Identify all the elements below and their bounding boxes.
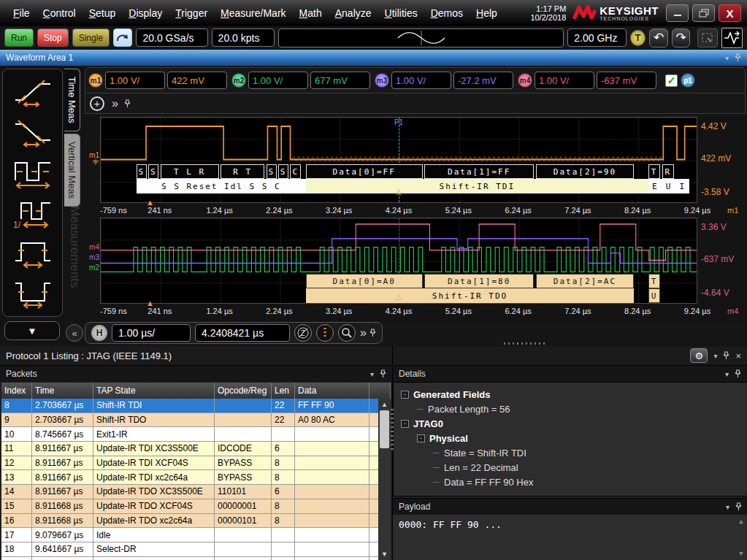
waveform-plot-m2-m3-m4[interactable]: Data[0]=A0Data[1]=80Data[2]=ACT Shift-IR… <box>100 218 697 304</box>
collapse-box-icon[interactable]: - <box>401 420 409 428</box>
menu-item-trigger[interactable]: Trigger <box>169 4 213 22</box>
packet-row-19[interactable]: 199.807667 µsCapture-DR <box>1 557 391 560</box>
details-tree-item[interactable]: Data = FF FF 90 Hex <box>394 475 747 489</box>
channel-offset-m4[interactable]: -637 mV <box>597 72 656 89</box>
menu-item-control[interactable]: Control <box>37 4 82 22</box>
chevron-down-icon[interactable]: ▾ <box>370 370 374 378</box>
pin-icon[interactable] <box>735 502 742 511</box>
search-icon[interactable] <box>338 324 356 342</box>
column-header-len[interactable]: Len <box>272 383 295 399</box>
pin-icon[interactable] <box>735 53 741 62</box>
splitter-handle[interactable] <box>391 409 394 453</box>
channel-badge-m2[interactable]: m2 <box>231 73 246 88</box>
channel-scale-m3[interactable]: 1.00 V/ <box>391 72 451 89</box>
splitter-handle[interactable] <box>504 342 548 345</box>
menu-item-setup[interactable]: Setup <box>83 4 122 22</box>
pin-icon[interactable] <box>723 351 729 360</box>
scroll-up-icon[interactable]: ▲ <box>739 518 743 525</box>
packet-row-11[interactable]: 118.911667 µsUpdate-IR TDI XC3S500EIDCOD… <box>1 442 391 456</box>
close-icon[interactable]: × <box>735 350 741 361</box>
payload-scrollbar[interactable]: ▲ ▼ <box>736 515 746 560</box>
rise-time-icon[interactable] <box>9 77 56 109</box>
p1-visible-checkbox[interactable]: ✓ <box>665 74 678 87</box>
column-header-data[interactable]: Data <box>295 383 369 399</box>
scroll-up-icon[interactable]: ▲ <box>381 399 388 410</box>
details-tree-item[interactable]: Len = 22 Decimal <box>394 460 747 475</box>
add-button[interactable]: + <box>90 96 104 111</box>
packet-row-17[interactable]: 179.079667 µsIdle <box>1 528 391 542</box>
details-tree-item[interactable]: -Physical <box>394 431 747 445</box>
details-tree-item[interactable]: -Generated Fields <box>394 387 747 402</box>
timebase-position-field[interactable]: 4.2408421 µs <box>195 324 290 342</box>
region-select-icon[interactable] <box>697 28 717 47</box>
details-tree-item[interactable]: State = Shift-IR TDI <box>394 445 747 460</box>
zoom-disabled-icon[interactable]: Z <box>294 324 312 342</box>
packet-row-18[interactable]: 189.641667 µsSelect-DR <box>1 542 391 557</box>
packet-row-14[interactable]: 148.911667 µsUpdate-IR TDO XC3S500E11010… <box>1 485 391 499</box>
sample-rate-field[interactable]: 20.0 GSa/s <box>136 28 207 47</box>
scroll-thumb[interactable] <box>380 410 389 448</box>
channel-offset-m1[interactable]: 422 mV <box>167 72 227 89</box>
negative-width-icon[interactable] <box>9 277 56 310</box>
waveform-area-titlebar[interactable]: Waveform Area 1 ▾ <box>0 50 747 66</box>
gear-icon[interactable]: ⚙ <box>690 348 708 363</box>
tab-vertical-meas[interactable]: Vertical Meas <box>64 134 80 207</box>
menu-item-utilities[interactable]: Utilities <box>379 4 424 22</box>
stop-button[interactable]: Stop <box>37 28 69 47</box>
channel-scale-m1[interactable]: 1.00 V/ <box>105 72 165 89</box>
single-button[interactable]: Single <box>72 28 110 47</box>
chevron-down-icon[interactable]: ▾ <box>726 503 729 511</box>
run-button[interactable]: Run <box>4 28 34 47</box>
chevron-down-icon[interactable]: ▾ <box>725 370 729 378</box>
collapse-box-icon[interactable]: - <box>401 391 409 399</box>
packet-row-10[interactable]: 108.745667 µsExit1-IR <box>1 427 391 442</box>
minimize-button[interactable] <box>666 4 689 22</box>
trigger-badge[interactable]: T <box>630 30 646 46</box>
fall-time-icon[interactable] <box>9 117 56 149</box>
packet-row-12[interactable]: 128.911667 µsUpdate-IR TDI XCF04SBYPASS8 <box>1 456 391 471</box>
packets-scrollbar[interactable]: ▲ ▼ <box>378 399 391 560</box>
chevron-down-icon[interactable]: ▾ <box>713 352 717 360</box>
column-header-time[interactable]: Time <box>32 383 93 399</box>
menu-item-math[interactable]: Math <box>294 4 328 22</box>
packet-row-8[interactable]: 82.703667 µsShift-IR TDI22FF FF 90 <box>1 399 391 413</box>
menu-item-display[interactable]: Display <box>123 4 168 22</box>
pin-icon[interactable] <box>380 369 386 378</box>
expand-chevrons-icon[interactable]: » <box>360 326 365 340</box>
bandwidth-field[interactable]: 2.00 GHz <box>567 28 627 47</box>
chevron-down-icon[interactable]: ▾ <box>725 54 729 62</box>
collapse-box-icon[interactable]: - <box>417 434 425 442</box>
period-icon[interactable] <box>9 157 56 189</box>
collapse-sidebar-button[interactable]: « <box>66 324 83 342</box>
positive-width-icon[interactable] <box>9 237 56 269</box>
column-header-index[interactable]: Index <box>1 383 32 399</box>
column-header-opcode-reg[interactable]: Opcode/Reg <box>215 383 272 399</box>
channel-badge-m1[interactable]: m1 <box>88 73 103 88</box>
menu-item-analyze[interactable]: Analyze <box>329 4 378 22</box>
menu-item-measure-mark[interactable]: Measure/Mark <box>215 4 291 22</box>
undo-button[interactable]: ↶ <box>649 28 667 47</box>
m3-axis-marker[interactable]: m3 <box>83 254 99 261</box>
details-tree-item[interactable]: Packet Length = 56 <box>394 402 747 416</box>
horizontal-badge[interactable]: H <box>91 325 107 341</box>
p1-badge[interactable]: p1 <box>681 73 695 88</box>
redo-button[interactable]: ↷ <box>672 28 690 47</box>
frequency-icon[interactable]: 1/ <box>9 197 56 229</box>
details-tree-item[interactable]: -JTAG0 <box>394 416 747 431</box>
menu-item-help[interactable]: Help <box>470 4 503 22</box>
channel-scale-m4[interactable]: 1.00 V/ <box>535 72 594 89</box>
packet-row-15[interactable]: 158.911668 µsUpdate-IR TDO XCF04S0000000… <box>1 499 391 514</box>
scroll-down-icon[interactable]: ▼ <box>739 550 743 557</box>
pin-icon[interactable] <box>369 329 376 337</box>
channel-badge-m4[interactable]: m4 <box>518 73 532 88</box>
channel-offset-m2[interactable]: 677 mV <box>310 72 370 89</box>
tab-time-meas[interactable]: Time Meas <box>64 69 80 131</box>
close-button[interactable]: X <box>719 4 741 22</box>
memory-depth-field[interactable]: 20.0 kpts <box>212 28 275 47</box>
menu-item-demos[interactable]: Demos <box>425 4 469 22</box>
waveform-plot-m1[interactable]: P1 SST L RR TSSCData[0]=FFData[1]=FFData… <box>100 117 697 203</box>
scroll-down-icon[interactable]: ▼ <box>381 548 388 560</box>
channel-offset-m3[interactable]: -27.2 mV <box>453 72 513 89</box>
packet-row-13[interactable]: 138.911667 µsUpdate-IR TDI xc2c64aBYPASS… <box>1 470 391 485</box>
pin-icon[interactable] <box>124 99 131 108</box>
